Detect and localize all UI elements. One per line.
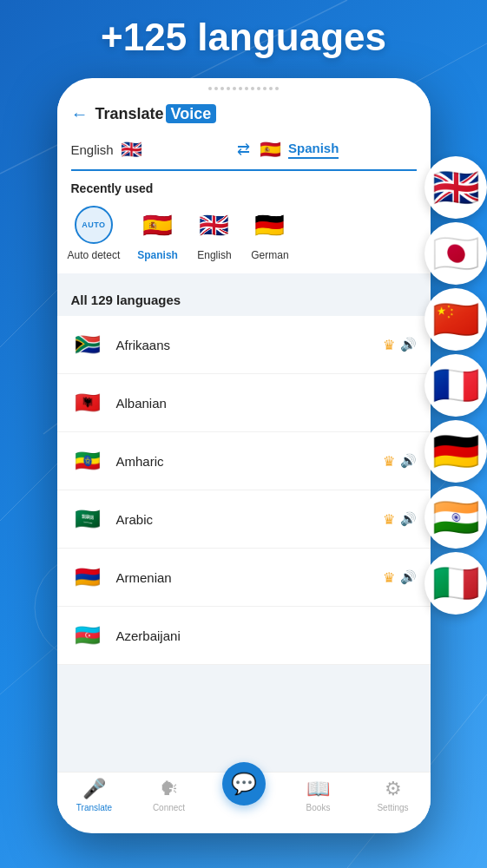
recent-item-english[interactable]: 🇬🇧 English: [195, 206, 234, 261]
connect-nav-label: Connect: [153, 803, 185, 812]
crown-icon: ♛: [383, 337, 395, 353]
arabic-name: Arabic: [116, 512, 371, 527]
armenian-icons: ♛ 🔊: [383, 569, 417, 586]
list-item[interactable]: 🇪🇹 Amharic ♛ 🔊: [57, 432, 431, 490]
books-nav-icon: 📖: [306, 778, 330, 800]
german-label: German: [251, 249, 288, 261]
translate-nav-label: Translate: [76, 803, 112, 812]
list-item[interactable]: 🇦🇲 Armenian ♛ 🔊: [57, 549, 431, 607]
all-languages-title: All 129 languages: [57, 280, 431, 316]
floating-flags: 🇬🇧 🇯🇵 🇨🇳 🇫🇷 🇩🇪 🇮🇳 🇮🇹: [424, 156, 487, 618]
afrikaans-icons: ♛ 🔊: [383, 337, 417, 353]
nav-item-translate[interactable]: 🎤 Translate: [57, 778, 132, 812]
crown-icon: ♛: [383, 569, 395, 586]
from-language[interactable]: English 🇬🇧: [71, 136, 231, 162]
all-languages-section: All 129 languages 🇿🇦 Afrikaans ♛ 🔊 🇦🇱 Al…: [57, 280, 431, 772]
floating-de-flag: 🇩🇪: [424, 420, 487, 483]
language-list: 🇿🇦 Afrikaans ♛ 🔊 🇦🇱 Albanian 🇪🇹 Amharic: [57, 316, 431, 665]
nav-item-books[interactable]: 📖 Books: [281, 778, 356, 812]
floating-jp-flag: 🇯🇵: [424, 222, 487, 285]
back-arrow-icon[interactable]: ←: [71, 104, 89, 124]
bottom-navigation: 🎤 Translate 🗣 Connect 💬 📖 Books ⚙ Settin…: [57, 772, 431, 819]
arabic-flag: 🇸🇦: [71, 503, 104, 536]
amharic-name: Amharic: [116, 454, 371, 469]
speaker-icon: 🔊: [400, 511, 417, 527]
floating-fr-flag: 🇫🇷: [424, 354, 487, 417]
speaker-icon: 🔊: [400, 453, 417, 469]
floating-uk-flag: 🇬🇧: [424, 156, 487, 219]
armenian-name: Armenian: [116, 570, 371, 585]
arabic-icons: ♛ 🔊: [383, 511, 417, 528]
phone-frame: ← TranslateVoice English 🇬🇧 ⇄ 🇪🇸 Spanish: [57, 78, 431, 833]
from-language-flag: 🇬🇧: [119, 136, 145, 162]
recent-items-list: AUTO Auto detect 🇪🇸 Spanish 🇬🇧 English 🇩…: [57, 202, 431, 273]
english-label: English: [197, 249, 231, 261]
speaker-icon: 🔊: [400, 337, 417, 352]
german-flag: 🇩🇪: [251, 206, 289, 244]
albanian-flag: 🇦🇱: [71, 386, 104, 419]
speaker-icon: 🔊: [400, 569, 417, 585]
swap-languages-button[interactable]: ⇄: [237, 140, 250, 159]
azerbaijani-flag: 🇦🇿: [71, 619, 104, 652]
amharic-flag: 🇪🇹: [71, 444, 104, 477]
azerbaijani-name: Azerbaijani: [116, 628, 405, 643]
books-nav-label: Books: [306, 803, 331, 812]
top-bar: ← TranslateVoice English 🇬🇧 ⇄ 🇪🇸 Spanish: [57, 95, 431, 171]
to-language-name: Spanish: [288, 141, 339, 159]
afrikaans-name: Afrikaans: [116, 338, 371, 352]
albanian-name: Albanian: [116, 396, 405, 411]
page-title: +125 languages: [0, 16, 487, 59]
auto-detect-label: Auto detect: [68, 249, 121, 261]
floating-in-flag: 🇮🇳: [424, 486, 487, 549]
app-logo-voice: Voice: [166, 104, 217, 123]
floating-cn-flag: 🇨🇳: [424, 288, 487, 351]
phone-notch: [57, 78, 431, 95]
recent-item-german[interactable]: 🇩🇪 German: [251, 206, 289, 261]
app-logo-translate: Translate: [95, 105, 164, 122]
nav-item-connect[interactable]: 🗣 Connect: [132, 778, 207, 812]
crown-icon: ♛: [383, 511, 395, 528]
spanish-label: Spanish: [137, 249, 178, 261]
settings-nav-icon: ⚙: [385, 778, 402, 800]
amharic-icons: ♛ 🔊: [383, 453, 417, 470]
to-language-flag: 🇪🇸: [257, 136, 283, 162]
recently-used-title: Recently used: [57, 171, 431, 202]
connect-nav-icon: 🗣: [160, 778, 179, 800]
list-item[interactable]: 🇦🇱 Albanian: [57, 374, 431, 432]
list-item[interactable]: 🇸🇦 Arabic ♛ 🔊: [57, 490, 431, 549]
app-content: ← TranslateVoice English 🇬🇧 ⇄ 🇪🇸 Spanish: [57, 95, 431, 819]
language-selector: English 🇬🇧 ⇄ 🇪🇸 Spanish: [71, 131, 417, 171]
nav-item-settings[interactable]: ⚙ Settings: [356, 778, 431, 812]
crown-icon: ♛: [383, 453, 395, 470]
to-language[interactable]: 🇪🇸 Spanish: [257, 136, 417, 162]
english-flag: 🇬🇧: [195, 206, 234, 244]
recent-item-auto[interactable]: AUTO Auto detect: [68, 206, 121, 261]
center-nav-button[interactable]: 💬: [222, 762, 266, 806]
recently-used-section: Recently used AUTO Auto detect 🇪🇸 Spanis…: [57, 171, 431, 273]
translate-nav-icon: 🎤: [82, 778, 106, 800]
floating-it-flag: 🇮🇹: [424, 552, 487, 615]
list-item[interactable]: 🇦🇿 Azerbaijani: [57, 607, 431, 665]
settings-nav-label: Settings: [377, 803, 408, 812]
from-language-name: English: [71, 142, 114, 157]
auto-detect-badge: AUTO: [75, 206, 113, 244]
list-item[interactable]: 🇿🇦 Afrikaans ♛ 🔊: [57, 316, 431, 374]
armenian-flag: 🇦🇲: [71, 561, 104, 594]
afrikaans-flag: 🇿🇦: [71, 328, 104, 361]
recent-item-spanish[interactable]: 🇪🇸 Spanish: [137, 206, 178, 261]
nav-item-center[interactable]: 💬: [207, 778, 281, 812]
spanish-flag: 🇪🇸: [139, 206, 177, 244]
